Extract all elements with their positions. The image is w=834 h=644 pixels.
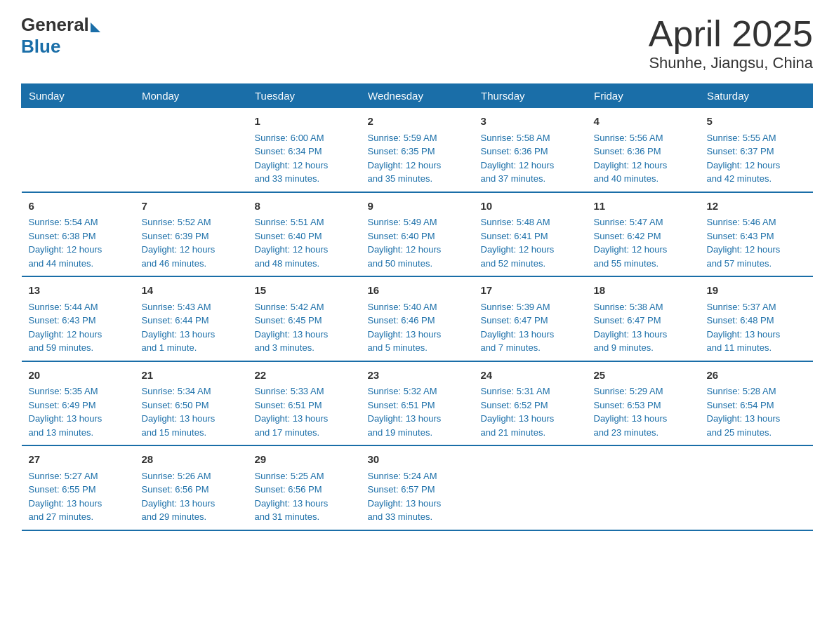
day-cell: 14Sunrise: 5:43 AM Sunset: 6:44 PM Dayli… — [135, 276, 248, 361]
day-info: Sunrise: 5:29 AM Sunset: 6:53 PM Dayligh… — [594, 384, 693, 439]
day-number: 6 — [29, 199, 128, 215]
day-info: Sunrise: 5:33 AM Sunset: 6:51 PM Dayligh… — [255, 384, 354, 439]
day-info: Sunrise: 5:37 AM Sunset: 6:48 PM Dayligh… — [707, 300, 806, 355]
day-info: Sunrise: 5:31 AM Sunset: 6:52 PM Dayligh… — [481, 384, 580, 439]
day-info: Sunrise: 5:51 AM Sunset: 6:40 PM Dayligh… — [255, 215, 354, 270]
week-row-3: 20Sunrise: 5:35 AM Sunset: 6:49 PM Dayli… — [22, 361, 813, 446]
week-row-0: 1Sunrise: 6:00 AM Sunset: 6:34 PM Daylig… — [22, 108, 813, 192]
day-info: Sunrise: 5:49 AM Sunset: 6:40 PM Dayligh… — [368, 215, 467, 270]
day-info: Sunrise: 5:38 AM Sunset: 6:47 PM Dayligh… — [594, 300, 693, 355]
week-row-4: 27Sunrise: 5:27 AM Sunset: 6:55 PM Dayli… — [22, 445, 813, 530]
day-number: 5 — [707, 114, 806, 130]
day-cell: 11Sunrise: 5:47 AM Sunset: 6:42 PM Dayli… — [587, 192, 700, 277]
logo: General Blue — [21, 14, 100, 58]
calendar-header: SundayMondayTuesdayWednesdayThursdayFrid… — [22, 84, 813, 108]
day-cell: 29Sunrise: 5:25 AM Sunset: 6:56 PM Dayli… — [248, 445, 361, 530]
week-row-1: 6Sunrise: 5:54 AM Sunset: 6:38 PM Daylig… — [22, 192, 813, 277]
header-cell-saturday: Saturday — [700, 84, 813, 108]
day-info: Sunrise: 5:55 AM Sunset: 6:37 PM Dayligh… — [707, 131, 806, 186]
calendar-subtitle: Shunhe, Jiangsu, China — [649, 54, 813, 72]
day-info: Sunrise: 5:59 AM Sunset: 6:35 PM Dayligh… — [368, 131, 467, 186]
day-info: Sunrise: 5:39 AM Sunset: 6:47 PM Dayligh… — [481, 300, 580, 355]
day-number: 22 — [255, 368, 354, 384]
day-cell: 5Sunrise: 5:55 AM Sunset: 6:37 PM Daylig… — [700, 108, 813, 192]
day-info: Sunrise: 5:24 AM Sunset: 6:57 PM Dayligh… — [368, 469, 467, 524]
day-info: Sunrise: 5:32 AM Sunset: 6:51 PM Dayligh… — [368, 384, 467, 439]
day-cell — [700, 445, 813, 530]
header-cell-monday: Monday — [135, 84, 248, 108]
day-info: Sunrise: 5:42 AM Sunset: 6:45 PM Dayligh… — [255, 300, 354, 355]
day-cell: 19Sunrise: 5:37 AM Sunset: 6:48 PM Dayli… — [700, 276, 813, 361]
day-info: Sunrise: 5:34 AM Sunset: 6:50 PM Dayligh… — [142, 384, 241, 439]
logo-blue-text: Blue — [21, 36, 60, 58]
day-cell: 18Sunrise: 5:38 AM Sunset: 6:47 PM Dayli… — [587, 276, 700, 361]
day-cell: 16Sunrise: 5:40 AM Sunset: 6:46 PM Dayli… — [361, 276, 474, 361]
day-info: Sunrise: 5:28 AM Sunset: 6:54 PM Dayligh… — [707, 384, 806, 439]
day-info: Sunrise: 5:48 AM Sunset: 6:41 PM Dayligh… — [481, 215, 580, 270]
week-row-2: 13Sunrise: 5:44 AM Sunset: 6:43 PM Dayli… — [22, 276, 813, 361]
day-cell: 8Sunrise: 5:51 AM Sunset: 6:40 PM Daylig… — [248, 192, 361, 277]
day-number: 23 — [368, 368, 467, 384]
day-number: 20 — [29, 368, 128, 384]
calendar-body: 1Sunrise: 6:00 AM Sunset: 6:34 PM Daylig… — [22, 108, 813, 530]
day-cell: 22Sunrise: 5:33 AM Sunset: 6:51 PM Dayli… — [248, 361, 361, 446]
day-cell: 2Sunrise: 5:59 AM Sunset: 6:35 PM Daylig… — [361, 108, 474, 192]
day-cell: 28Sunrise: 5:26 AM Sunset: 6:56 PM Dayli… — [135, 445, 248, 530]
day-info: Sunrise: 5:52 AM Sunset: 6:39 PM Dayligh… — [142, 215, 241, 270]
day-cell — [135, 108, 248, 192]
day-info: Sunrise: 5:47 AM Sunset: 6:42 PM Dayligh… — [594, 215, 693, 270]
header-row: SundayMondayTuesdayWednesdayThursdayFrid… — [22, 84, 813, 108]
day-number: 28 — [142, 452, 241, 468]
header-cell-friday: Friday — [587, 84, 700, 108]
header-cell-wednesday: Wednesday — [361, 84, 474, 108]
day-number: 25 — [594, 368, 693, 384]
day-cell: 12Sunrise: 5:46 AM Sunset: 6:43 PM Dayli… — [700, 192, 813, 277]
day-number: 26 — [707, 368, 806, 384]
calendar-title: April 2025 — [649, 14, 813, 54]
day-info: Sunrise: 5:46 AM Sunset: 6:43 PM Dayligh… — [707, 215, 806, 270]
day-number: 30 — [368, 452, 467, 468]
day-cell: 24Sunrise: 5:31 AM Sunset: 6:52 PM Dayli… — [474, 361, 587, 446]
day-info: Sunrise: 5:58 AM Sunset: 6:36 PM Dayligh… — [481, 131, 580, 186]
day-number: 15 — [255, 283, 354, 299]
day-cell: 3Sunrise: 5:58 AM Sunset: 6:36 PM Daylig… — [474, 108, 587, 192]
day-info: Sunrise: 5:54 AM Sunset: 6:38 PM Dayligh… — [29, 215, 128, 270]
logo-arrow-icon — [91, 22, 100, 32]
day-info: Sunrise: 5:44 AM Sunset: 6:43 PM Dayligh… — [29, 300, 128, 355]
day-number: 19 — [707, 283, 806, 299]
day-number: 16 — [368, 283, 467, 299]
day-info: Sunrise: 5:43 AM Sunset: 6:44 PM Dayligh… — [142, 300, 241, 355]
day-cell: 10Sunrise: 5:48 AM Sunset: 6:41 PM Dayli… — [474, 192, 587, 277]
day-cell: 9Sunrise: 5:49 AM Sunset: 6:40 PM Daylig… — [361, 192, 474, 277]
day-cell — [474, 445, 587, 530]
day-number: 18 — [594, 283, 693, 299]
day-cell: 7Sunrise: 5:52 AM Sunset: 6:39 PM Daylig… — [135, 192, 248, 277]
day-cell: 25Sunrise: 5:29 AM Sunset: 6:53 PM Dayli… — [587, 361, 700, 446]
day-info: Sunrise: 6:00 AM Sunset: 6:34 PM Dayligh… — [255, 131, 354, 186]
title-block: April 2025 Shunhe, Jiangsu, China — [649, 14, 813, 72]
day-number: 29 — [255, 452, 354, 468]
day-info: Sunrise: 5:40 AM Sunset: 6:46 PM Dayligh… — [368, 300, 467, 355]
day-cell: 13Sunrise: 5:44 AM Sunset: 6:43 PM Dayli… — [22, 276, 135, 361]
day-number: 1 — [255, 114, 354, 130]
day-info: Sunrise: 5:27 AM Sunset: 6:55 PM Dayligh… — [29, 469, 128, 524]
day-number: 8 — [255, 199, 354, 215]
day-number: 13 — [29, 283, 128, 299]
day-info: Sunrise: 5:26 AM Sunset: 6:56 PM Dayligh… — [142, 469, 241, 524]
day-number: 27 — [29, 452, 128, 468]
day-cell: 6Sunrise: 5:54 AM Sunset: 6:38 PM Daylig… — [22, 192, 135, 277]
day-cell: 1Sunrise: 6:00 AM Sunset: 6:34 PM Daylig… — [248, 108, 361, 192]
day-cell: 4Sunrise: 5:56 AM Sunset: 6:36 PM Daylig… — [587, 108, 700, 192]
day-number: 12 — [707, 199, 806, 215]
day-cell — [587, 445, 700, 530]
day-cell: 21Sunrise: 5:34 AM Sunset: 6:50 PM Dayli… — [135, 361, 248, 446]
day-number: 3 — [481, 114, 580, 130]
day-cell: 17Sunrise: 5:39 AM Sunset: 6:47 PM Dayli… — [474, 276, 587, 361]
day-number: 24 — [481, 368, 580, 384]
day-number: 21 — [142, 368, 241, 384]
day-info: Sunrise: 5:56 AM Sunset: 6:36 PM Dayligh… — [594, 131, 693, 186]
day-cell: 20Sunrise: 5:35 AM Sunset: 6:49 PM Dayli… — [22, 361, 135, 446]
header-cell-thursday: Thursday — [474, 84, 587, 108]
day-number: 9 — [368, 199, 467, 215]
day-number: 2 — [368, 114, 467, 130]
